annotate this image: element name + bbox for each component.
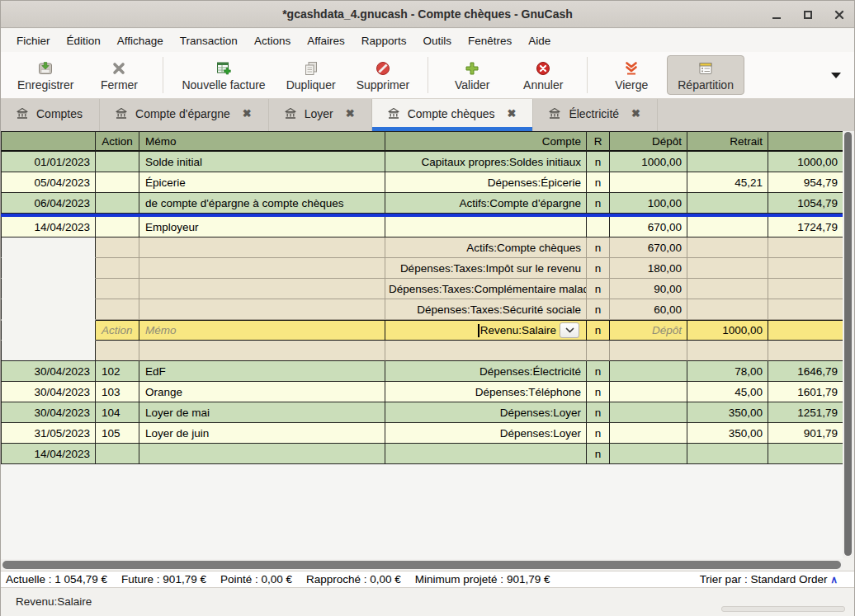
toolbar-button-enregistrer[interactable]: Enregistrer	[7, 55, 83, 95]
cell-action[interactable]	[96, 172, 139, 193]
cell-withdrawal[interactable]: 78,00	[687, 361, 768, 382]
tab-compte-d-e-pargne[interactable]: Compte d'épargne ✖	[100, 99, 269, 131]
cell-deposit[interactable]	[610, 423, 687, 444]
cell-account[interactable]: Actifs:Compte chèques	[385, 237, 587, 258]
cell-action[interactable]	[96, 258, 139, 279]
tab-close-icon[interactable]: ✖	[631, 107, 640, 120]
cell-deposit[interactable]: 670,00	[610, 237, 687, 258]
cell-memo[interactable]	[139, 299, 385, 320]
cell-withdrawal[interactable]: 45,21	[687, 172, 768, 193]
cell-reconcile[interactable]: n	[587, 279, 610, 299]
cell-reconcile[interactable]: n	[587, 172, 610, 193]
cell-date[interactable]: 30/04/2023	[1, 382, 96, 402]
menu-item-fichier[interactable]: Fichier	[9, 31, 58, 50]
cell-deposit[interactable]: 180,00	[610, 258, 687, 279]
cell-action[interactable]	[96, 217, 139, 237]
cell-action[interactable]	[96, 444, 139, 464]
cell-deposit[interactable]: 1000,00	[610, 152, 687, 172]
cell-date[interactable]	[1, 320, 96, 341]
tab-comptes[interactable]: Comptes	[1, 99, 100, 131]
cell-reconcile[interactable]: n	[587, 193, 610, 214]
menu-item-fenetres[interactable]: Fenêtres	[461, 31, 519, 50]
cell-memo[interactable]	[139, 279, 385, 299]
cell-deposit[interactable]	[610, 402, 687, 423]
cell-withdrawal[interactable]	[687, 258, 768, 279]
vertical-scrollbar[interactable]	[843, 131, 853, 558]
tab-close-icon[interactable]: ✖	[346, 107, 355, 120]
close-icon[interactable]	[833, 8, 846, 21]
cell-withdrawal[interactable]	[687, 217, 768, 237]
cell-memo[interactable]	[139, 341, 385, 361]
cell-balance[interactable]: 1000,00	[768, 152, 843, 172]
cell-balance[interactable]	[768, 299, 843, 320]
tab-close-icon[interactable]: ✖	[243, 107, 252, 120]
cell-withdrawal[interactable]: 1000,00	[687, 320, 768, 341]
cell-memo[interactable]: Loyer de juin	[139, 423, 385, 444]
cell-memo[interactable]	[139, 237, 385, 258]
cell-reconcile[interactable]: n	[587, 361, 610, 382]
cell-date[interactable]	[1, 279, 96, 299]
tab-close-icon[interactable]: ✖	[507, 107, 516, 120]
cell-memo[interactable]: Orange	[139, 382, 385, 402]
combo-dropdown-button[interactable]	[560, 322, 579, 338]
toolbar-button-annuler[interactable]: Annuler	[508, 55, 579, 95]
cell-account[interactable]: Dépenses:Taxes:Sécurité sociale	[385, 299, 587, 320]
tab-loyer[interactable]: Loyer ✖	[269, 99, 372, 131]
cell-deposit[interactable]	[610, 382, 687, 402]
cell-reconcile[interactable]: n	[587, 152, 610, 172]
cell-reconcile[interactable]: n	[587, 320, 610, 341]
toolbar-button-vierge[interactable]: Vierge	[596, 55, 667, 95]
cell-account[interactable]: Actifs:Compte d'épargne	[385, 193, 587, 214]
cell-account[interactable]: Dépenses:Taxes:Impôt sur le revenu	[385, 258, 587, 279]
cell-deposit[interactable]	[610, 172, 687, 193]
cell-reconcile[interactable]	[587, 217, 610, 237]
cell-withdrawal[interactable]	[687, 237, 768, 258]
cell-reconcile[interactable]: n	[587, 299, 610, 320]
cell-reconcile[interactable]	[587, 341, 610, 361]
cell-memo[interactable]: Épicerie	[139, 172, 385, 193]
cell-memo[interactable]: EdF	[139, 361, 385, 382]
cell-memo[interactable]: Solde initial	[139, 152, 385, 172]
cell-date[interactable]: 14/04/2023	[1, 217, 96, 237]
cell-date[interactable]: 30/04/2023	[1, 361, 96, 382]
menu-item-transaction[interactable]: Transaction	[172, 31, 245, 50]
cell-date[interactable]: 06/04/2023	[1, 193, 96, 214]
cell-reconcile[interactable]: n	[587, 423, 610, 444]
cell-date[interactable]: 01/01/2023	[1, 152, 96, 172]
cell-memo[interactable]: Mémo	[139, 320, 385, 341]
menu-item-affichage[interactable]: Affichage	[110, 31, 171, 50]
cell-reconcile[interactable]: n	[587, 402, 610, 423]
menu-item-actions[interactable]: Actions	[247, 31, 298, 50]
cell-reconcile[interactable]: n	[587, 237, 610, 258]
cell-account[interactable]: Dépenses:Loyer	[385, 423, 587, 444]
cell-withdrawal[interactable]	[687, 152, 768, 172]
cell-balance[interactable]: 901,79	[768, 423, 843, 444]
cell-deposit[interactable]: 90,00	[610, 279, 687, 299]
toolbar-button-supprimer[interactable]: Supprimer	[347, 55, 420, 95]
cell-withdrawal[interactable]	[687, 299, 768, 320]
cell-account[interactable]: Capitaux propres:Soldes initiaux	[385, 152, 587, 172]
cell-date[interactable]: 31/05/2023	[1, 423, 96, 444]
cell-account[interactable]: Dépenses:Loyer	[385, 402, 587, 423]
toolbar-button-nouvelle-facture[interactable]: Nouvelle facture	[172, 55, 275, 95]
cell-action[interactable]	[96, 299, 139, 320]
cell-balance[interactable]: 1646,79	[768, 361, 843, 382]
toolbar-button-fermer[interactable]: Fermer	[83, 55, 154, 95]
sort-control[interactable]: Trier par : Standard Order ∧	[700, 573, 838, 585]
tab-compte-che-ques[interactable]: Compte chèques ✖	[372, 99, 534, 131]
horizontal-scrollbar[interactable]	[1, 559, 843, 571]
cell-deposit[interactable]: Dépôt	[610, 320, 687, 341]
cell-withdrawal[interactable]	[687, 341, 768, 361]
menu-item-edition[interactable]: Édition	[59, 31, 108, 50]
vertical-scrollbar-thumb[interactable]	[844, 132, 852, 556]
cell-deposit[interactable]: 100,00	[610, 193, 687, 214]
cell-account[interactable]	[385, 341, 587, 361]
cell-date[interactable]	[1, 237, 96, 258]
menu-item-outils[interactable]: Outils	[415, 31, 459, 50]
tab-e-lectricite-[interactable]: Électricité ✖	[533, 99, 658, 131]
cell-account[interactable]: Dépenses:Taxes:Complémentaire maladie	[385, 279, 587, 299]
cell-balance[interactable]: 1251,79	[768, 402, 843, 423]
cell-balance[interactable]: 1724,79	[768, 217, 843, 237]
cell-date[interactable]: 14/04/2023	[1, 444, 96, 464]
cell-balance[interactable]: 954,79	[768, 172, 843, 193]
